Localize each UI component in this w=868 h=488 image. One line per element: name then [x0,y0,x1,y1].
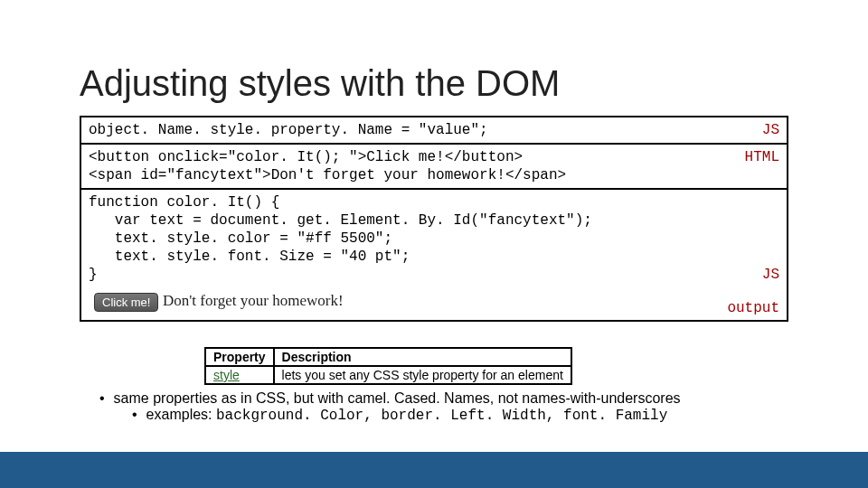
badge-html: HTML [745,148,779,166]
style-property-desc: lets you set any CSS style property for … [274,366,571,384]
table-row: Property Description [205,348,571,366]
style-property-link[interactable]: style [205,366,274,384]
js-code: function color. It() { var text = docume… [89,194,592,283]
badge-js: JS [762,121,779,139]
list-item: same properties as in CSS, but with came… [99,390,681,407]
page-title: Adjusting styles with the DOM [80,63,560,104]
list-item: examples: background. Color, border. Lef… [132,407,681,424]
header-description: Description [274,348,571,366]
bullet-list: same properties as in CSS, but with came… [99,390,681,424]
property-table: Property Description style lets you set … [204,347,572,385]
slide: Adjusting styles with the DOM JSobject. … [0,0,868,488]
html-code: <button onclick="color. It(); ">Click me… [89,149,566,183]
table-row: style lets you set any CSS style propert… [205,366,571,384]
examples-label: examples: [146,407,216,422]
footer-bar [0,452,868,488]
html-code-box: HTML<button onclick="color. It(); ">Clic… [80,143,788,188]
syntax-code: object. Name. style. property. Name = "v… [89,122,488,138]
output-text: Don't forget your homework! [163,292,344,310]
badge-js-2: JS [762,266,779,284]
click-me-button[interactable]: Click me! [94,293,158,312]
js-code-box: JSfunction color. It() { var text = docu… [80,188,788,287]
output-box: Click me! Don't forget your homework! ou… [80,287,788,322]
header-property: Property [205,348,274,366]
badge-output: output [727,300,779,316]
examples-code: background. Color, border. Left. Width, … [216,408,667,424]
code-panels: JSobject. Name. style. property. Name = … [80,116,788,322]
syntax-code-box: JSobject. Name. style. property. Name = … [80,116,788,143]
